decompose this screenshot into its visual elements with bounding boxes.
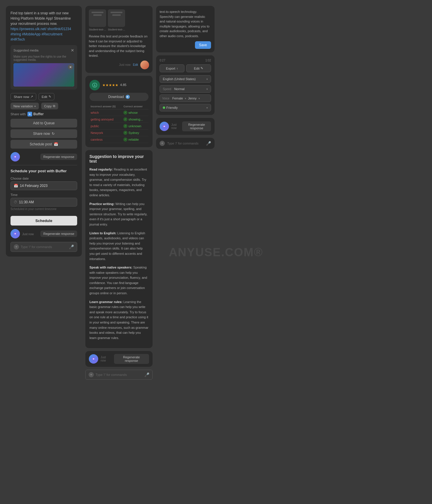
incorrect-answer: getting annoyed [89,116,122,123]
suggestions-card: Suggestion to improve your test Read reg… [85,150,153,348]
share-with-row: Share with B Buffer [11,112,77,116]
date-input[interactable]: 📅 14 February 2023 [11,181,77,190]
ai-row-2: Just now Regenerate response [11,229,77,238]
suggested-media-header: Suggested media ✕ [13,48,74,53]
save-button[interactable]: Save [195,41,211,49]
app-icon [89,80,100,90]
action-row-1: Share now ↗ Edit ✎ [11,93,77,100]
time-form-group: Time ⏱ 11:30 AM Scheduled in your curren… [11,193,77,211]
external-link-icon: ↗ [30,95,33,99]
share-now-buffer-button[interactable]: Share now ↻ [11,129,77,138]
ai-icon-right [160,122,169,131]
mid-bottom-ai-row: Just now Regenerate response [85,351,153,367]
new-variation-button[interactable]: New variation + [11,103,39,109]
right-cmd-row[interactable]: + Type '/' for commands 🎤 [156,138,215,149]
rights-text: Make sure you have the rights to use the… [13,55,74,61]
ai-icon-mid [89,354,98,364]
right-ai-row: Just now Regenerate response [156,118,215,135]
regenerate-button-1[interactable]: Regenerate response [40,154,77,160]
check-icon: ✓ [123,137,127,142]
schedule-button[interactable]: Schedule [11,216,77,226]
ai-message-area-2: Just now [22,232,38,236]
suggestions-title: Suggestion to improve your test [89,154,148,164]
col-correct: Correct answer [122,104,148,109]
regenerate-button-right[interactable]: Regenerate response [182,121,211,131]
middle-panel: Student-test-... Student-test-... Review… [85,6,153,380]
regenerate-button-mid[interactable]: Regenerate response [114,354,149,364]
tone-select-row[interactable]: Friendly ▾ [160,104,211,111]
schedule-post-button[interactable]: Schedule post 📅 [11,140,77,149]
speed-select-row[interactable]: Speed Normal ▾ [160,85,211,93]
close-icon[interactable]: ✕ [71,48,74,53]
download-top-row: ★★★★★ 4.85 [89,80,148,90]
incorrect-answer: which [89,109,122,116]
mic-icon-right[interactable]: 🎤 [206,141,211,146]
edit-button-right[interactable]: Edit ✎ [186,64,211,72]
link1[interactable]: https://prowess.ulk.net/ [11,27,46,31]
ai-icon-1 [11,152,20,161]
buffer-logo: B Buffer [27,112,44,116]
calendar-icon: 📅 [14,184,18,188]
command-input-mid[interactable]: + Type '/' for commands 🎤 [85,370,153,380]
thumbnail-row: Student-test-... Student-test-... [89,9,149,31]
table-row: Newyork✓ Sydney [89,130,148,136]
suggestions-list: Read regularly: Reading is an excellent … [89,167,148,340]
review-text: Review this test and provide feedback on… [89,34,149,58]
thumb-image-1 [89,9,106,27]
suggestion-item: Practice writing: Writing can help you i… [89,202,148,227]
download-card: ★★★★★ 4.85 Download ▶ Incorrect answer (… [85,76,153,147]
correct-answer: ✓ unknown [122,123,148,130]
suggested-media-image: ✕ [13,63,74,87]
right-panel: text-to-speech technology. Speechify can… [156,6,215,149]
mic-icon[interactable]: 🎤 [69,245,74,249]
mic-icon-mid[interactable]: 🎤 [144,372,149,377]
suggestion-item: Learn grammar rules: Learning the basic … [89,300,148,341]
voice-select-row[interactable]: Voice Female ▾ Jenny ▾ [160,94,211,102]
refresh-icon: ↻ [52,132,55,136]
table-row: getting annoyed✓ showing... [89,116,148,123]
export-button[interactable]: Export ↑ [160,64,184,72]
share-now-button[interactable]: Share now ↗ [11,93,36,100]
command-input-left[interactable]: + Type '/' for commands 🎤 [11,242,77,252]
incorrect-answer: public [89,123,122,130]
schedule-section-title: Schedule your post with Buffer [11,169,77,173]
mid-top-card: Student-test-... Student-test-... Review… [85,6,153,73]
green-dot-icon [163,106,165,109]
thumbnail-2: Student-test-... [108,9,125,31]
correct-answer: ✓ reliable [122,136,148,143]
chevron-female-icon: ▾ [185,97,186,100]
plus-circle-icon-mid: + [89,372,94,377]
check-icon: ✓ [123,124,127,128]
plus-circle-icon: + [14,244,19,250]
plus-circle-icon-right: + [160,141,165,146]
language-select[interactable]: English (United States) ▾ [160,75,211,83]
suggestion-item: Read regularly: Reading is an excellent … [89,167,148,198]
post-text: Find top talent in a snap with our new H… [11,11,77,42]
edit-button[interactable]: Edit ✎ [39,93,54,100]
correct-answer: ✓ Sydney [122,130,148,136]
play-icon: ▶ [126,95,130,99]
regenerate-button-2[interactable]: Regenerate response [40,231,77,237]
check-icon: ✓ [123,111,127,115]
incorrect-answer: careless [89,136,122,143]
download-button[interactable]: Download ▶ [89,93,148,101]
export-edit-row: Export ↑ Edit ✎ [160,64,211,72]
edit-row: Just now Edit [89,61,149,69]
right-top-card: text-to-speech technology. Speechify can… [156,6,215,52]
copy-button[interactable]: Copy ⧉ [41,103,58,109]
right-top-text: text-to-speech technology. Speechify can… [160,9,211,38]
time-input[interactable]: ⏱ 11:30 AM [11,198,77,207]
plus-icon: + [34,104,36,108]
correct-answer: ✓ showing... [122,116,148,123]
pencil-icon: ✎ [49,95,51,99]
incorrect-answer: Newyork [89,130,122,136]
add-to-queue-button[interactable]: Add to Queue [11,119,77,128]
edit-link[interactable]: Edit [133,63,138,66]
action-row-2: New variation + Copy ⧉ [11,103,77,109]
ai-icon-2 [11,229,20,238]
link2[interactable]: shortlink/01234 [47,27,71,31]
copy-icon: ⧉ [53,104,55,108]
remove-image-button[interactable]: ✕ [68,64,73,70]
answer-table: Incorrect answer (5) Correct answer whic… [89,104,148,143]
right-controls-card: 0:27 1:02 Export ↑ Edit ✎ English (Unite… [156,55,215,115]
